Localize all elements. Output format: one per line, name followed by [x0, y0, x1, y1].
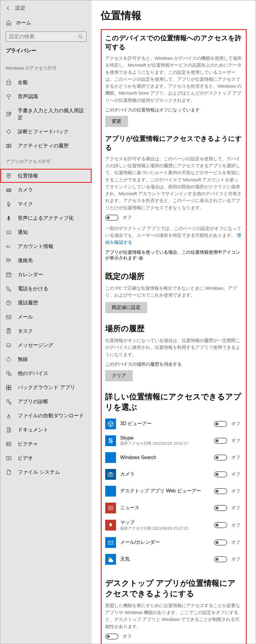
sidebar-item[interactable]: 無線 — [0, 352, 92, 366]
sidebar-item[interactable]: 音声認識 — [0, 89, 92, 104]
app-toggle-label: オフ — [231, 540, 242, 545]
set-default-button[interactable]: 既定値に設定 — [105, 302, 147, 313]
app-name: カメラ — [120, 471, 210, 477]
svg-rect-21 — [8, 373, 11, 376]
sidebar-item[interactable]: ドキュメント — [0, 423, 92, 437]
section-device-access-desc: アクセスを許可すると、Windows がデバイスの機能を使用して場所を特定し、M… — [105, 55, 242, 104]
app-toggle[interactable] — [214, 438, 227, 444]
app-toggle[interactable] — [214, 556, 227, 562]
sidebar-item[interactable]: ビデオ — [0, 451, 92, 465]
app-access-toggle[interactable] — [105, 215, 118, 221]
search-icon — [78, 34, 83, 39]
back-button[interactable] — [6, 5, 11, 11]
sidebar-item[interactable]: 通話履歴 — [0, 296, 92, 310]
home-icon — [6, 20, 12, 26]
app-toggle[interactable] — [214, 471, 227, 477]
app-toggle[interactable] — [214, 540, 227, 546]
sidebar-item-icon — [6, 441, 12, 447]
location-in-use-icon — [139, 256, 143, 260]
section-default-location-title: 既定の場所 — [105, 271, 242, 282]
svg-rect-9 — [7, 231, 10, 234]
sidebar-item[interactable]: A≡アカウント情報 — [0, 239, 92, 253]
sidebar-item-icon — [6, 173, 12, 179]
svg-rect-33 — [109, 541, 113, 544]
sidebar-item[interactable]: カメラ — [0, 183, 92, 197]
sidebar-item-label: ビデオ — [18, 455, 33, 461]
svg-rect-24 — [7, 388, 9, 390]
home-label: ホーム — [16, 19, 31, 26]
sidebar-item[interactable]: 連絡先 — [0, 253, 92, 268]
app-toggle[interactable] — [214, 522, 227, 528]
app-toggle[interactable] — [214, 488, 227, 494]
app-access-toggle-label: オフ — [123, 215, 132, 220]
page-title: 位置情報 — [101, 9, 247, 23]
change-button[interactable]: 変更 — [105, 116, 128, 127]
sidebar-item-label: カレンダー — [18, 271, 43, 278]
app-name: ニュース — [120, 505, 210, 511]
sidebar-item[interactable]: アクティビティの履歴 — [0, 139, 92, 153]
svg-rect-25 — [9, 388, 11, 390]
section-app-access-desc: アクセスを許可する場合は、このページの設定を使用して、デバイスの詳しい位置情報と… — [105, 155, 242, 211]
home-nav[interactable]: ホーム — [0, 17, 92, 32]
desktop-apps-toggle[interactable] — [105, 633, 118, 639]
svg-point-18 — [7, 359, 7, 359]
sidebar-item-label: 手書き入力と入力の個人用設定 — [18, 107, 86, 121]
sidebar-item-icon — [6, 143, 12, 149]
sidebar-item-label: 診断とフィードバック — [18, 128, 69, 135]
sidebar-item[interactable]: メッセージング — [0, 338, 92, 352]
sidebar-item-label: ピクチャ — [18, 440, 38, 447]
search-box[interactable] — [6, 32, 86, 42]
sidebar-item-label: マイク — [18, 201, 33, 207]
sidebar-item[interactable]: 電話をかける — [0, 282, 92, 296]
sidebar-item[interactable]: ピクチャ — [0, 437, 92, 451]
app-row: 3D ビューアーオフ — [105, 416, 242, 432]
sidebar-item[interactable]: 他のデバイス — [0, 366, 92, 380]
app-toggle-label: オフ — [231, 471, 242, 477]
app-toggle[interactable] — [214, 421, 227, 427]
app-row: デスクトップ アプリ Web ビューアーオフ — [105, 483, 242, 500]
sidebar-item-label: ファイル システム — [18, 469, 60, 476]
sidebar-item[interactable]: 音声によるアクティブ化 — [0, 211, 92, 225]
sidebar-item-icon — [6, 413, 12, 419]
sidebar-item-label: アプリの診断 — [18, 398, 48, 405]
sidebar-item-icon — [6, 385, 12, 391]
svg-rect-26 — [7, 400, 9, 402]
sidebar-item[interactable]: アプリの診断 — [0, 395, 92, 409]
sidebar-item-icon — [6, 111, 12, 117]
highlighted-region: このデバイスでの位置情報へのアクセスを許可する アクセスを許可すると、Windo… — [101, 29, 247, 644]
sidebar-item-label: ファイルの自動ダウンロード — [18, 412, 84, 419]
app-icon — [105, 419, 116, 429]
sidebar-item[interactable]: タスク — [0, 324, 92, 338]
app-icon — [105, 554, 116, 565]
app-toggle-label: オフ — [231, 438, 242, 443]
search-input[interactable] — [9, 34, 78, 40]
sidebar-item[interactable]: メール — [0, 310, 92, 324]
sidebar-item[interactable]: ファイルの自動ダウンロード — [0, 409, 92, 423]
sidebar-item[interactable]: ファイル システム — [0, 465, 92, 479]
svg-rect-2 — [8, 144, 11, 148]
app-list: 3D ビューアーオフSSkype最終アクセス日時 2022/02/25 18:4… — [105, 416, 242, 568]
sidebar-item-label: ドキュメント — [18, 426, 48, 433]
svg-text:A≡: A≡ — [6, 245, 10, 248]
app-icon: S — [105, 435, 116, 446]
app-row: 天気オフ — [105, 551, 242, 568]
sidebar-item[interactable]: マイク — [0, 197, 92, 211]
app-row: カメラオフ — [105, 466, 242, 483]
app-toggle-label: オフ — [231, 421, 242, 427]
sidebar-item[interactable]: 位置情報 — [0, 169, 92, 183]
app-toggle[interactable] — [214, 505, 227, 511]
app-icon — [105, 503, 116, 513]
sidebar-item[interactable]: バックグラウンド アプリ — [0, 380, 92, 395]
sidebar-item[interactable]: 診断とフィードバック — [0, 125, 92, 139]
clear-button[interactable]: クリア — [105, 370, 133, 381]
app-name: デスクトップ アプリ Web ビューアー — [120, 488, 210, 494]
svg-rect-15 — [7, 329, 10, 333]
sidebar-item-icon — [6, 80, 12, 86]
sidebar-item[interactable]: 通知 — [0, 225, 92, 239]
svg-point-0 — [79, 35, 82, 38]
sidebar-item[interactable]: カレンダー — [0, 268, 92, 282]
sidebar-item[interactable]: 手書き入力と入力の個人用設定 — [0, 104, 92, 125]
sidebar-item[interactable]: 全般 — [0, 75, 92, 89]
app-toggle[interactable] — [214, 455, 227, 461]
location-icon-note: アプリが位置情報を使っている場合、この位置情報使用中アイコンが表示されます: — [105, 249, 242, 261]
